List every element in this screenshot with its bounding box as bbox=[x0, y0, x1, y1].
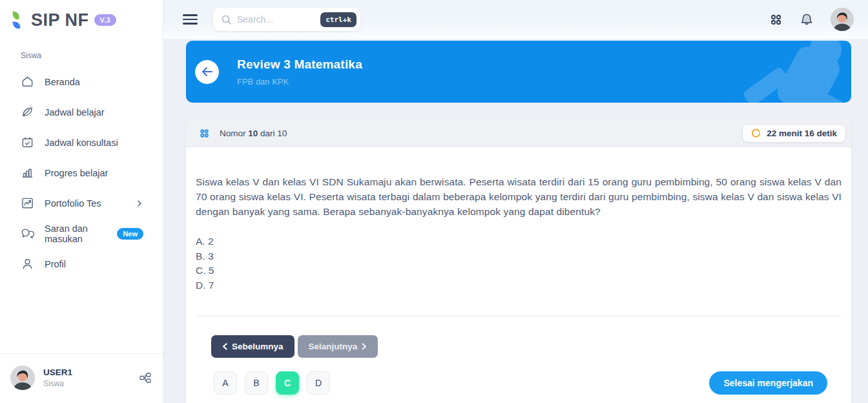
leaf-icon bbox=[21, 105, 34, 119]
sidebar-item-profil[interactable]: Profil bbox=[0, 249, 163, 279]
chevron-right-icon bbox=[136, 200, 143, 207]
leaf-logo-icon bbox=[11, 10, 28, 30]
answer-button-b[interactable]: B bbox=[245, 371, 268, 395]
brand-logo[interactable]: SIP NF V.3 bbox=[0, 0, 163, 30]
chat-icon bbox=[21, 227, 34, 240]
answer-button-a[interactable]: A bbox=[214, 371, 237, 395]
sidebar-item-label: Portofolio Tes bbox=[45, 198, 101, 209]
sidebar-item-portofolio-tes[interactable]: Portofolio Tes bbox=[0, 188, 163, 218]
divider bbox=[196, 316, 842, 316]
search-icon bbox=[221, 14, 232, 25]
chevron-left-icon bbox=[222, 343, 227, 350]
quiz-title: Review 3 Matematika bbox=[237, 57, 362, 72]
option-c: C. 5 bbox=[196, 264, 842, 278]
sidebar-item-jadwal-konsultasi[interactable]: Jadwal konsultasi bbox=[0, 127, 163, 158]
answer-button-d[interactable]: D bbox=[307, 371, 330, 395]
apps-grid-icon[interactable] bbox=[769, 13, 783, 26]
content: Review 3 Matematika FPB dan KPK Nomor bbox=[163, 39, 868, 403]
sidebar-item-jadwal-belajar[interactable]: Jadwal belajar bbox=[0, 97, 163, 127]
question-number: 10 bbox=[248, 129, 258, 138]
decorative-illustration bbox=[728, 41, 851, 103]
next-button[interactable]: Selanjutnya bbox=[298, 335, 378, 358]
version-badge: V.3 bbox=[94, 14, 116, 26]
brand-name: SIP NF bbox=[31, 10, 89, 30]
quiz-header-card: Review 3 Matematika FPB dan KPK bbox=[186, 41, 851, 103]
topbar: ctrl+k bbox=[163, 0, 868, 39]
hamburger-menu-icon[interactable] bbox=[183, 12, 198, 27]
option-a: A. 2 bbox=[196, 234, 842, 249]
sidebar-item-beranda[interactable]: Beranda bbox=[0, 67, 163, 97]
calendar-check-icon bbox=[21, 136, 34, 149]
timer-badge: 22 menit 16 detik bbox=[742, 124, 846, 143]
question-text: Siswa kelas V dan kelas VI SDN Sukamaju … bbox=[196, 174, 842, 219]
back-button[interactable] bbox=[195, 60, 219, 84]
sidebar-item-label: Jadwal belajar bbox=[45, 107, 105, 118]
chevron-right-icon bbox=[362, 343, 367, 350]
sidebar-user-card[interactable]: USER1 Siswa bbox=[0, 353, 163, 403]
question-options: A. 2 B. 3 C. 5 D. 7 bbox=[196, 234, 842, 293]
option-b: B. 3 bbox=[196, 249, 842, 264]
sidebar-item-progres-belajar[interactable]: Progres belajar bbox=[0, 158, 163, 188]
main-area: ctrl+k bbox=[163, 0, 868, 403]
search-input[interactable] bbox=[237, 14, 320, 25]
bell-icon[interactable] bbox=[800, 13, 813, 26]
question-card-header: Nomor 10 dari 10 22 menit 16 detik bbox=[186, 119, 851, 147]
sidebar-item-label: Progres belajar bbox=[45, 168, 108, 178]
bar-chart-icon bbox=[21, 166, 34, 180]
sitemap-icon[interactable] bbox=[140, 373, 151, 383]
previous-button[interactable]: Sebelumnya bbox=[211, 335, 294, 358]
option-d: D. 7 bbox=[196, 278, 842, 293]
new-badge: New bbox=[117, 228, 143, 240]
answer-navigation-row: A B C D Selesai mengerjakan bbox=[186, 371, 851, 395]
search-box[interactable]: ctrl+k bbox=[213, 8, 360, 31]
sidebar-section-label: Siswa bbox=[21, 51, 163, 60]
question-nav-buttons: Sebelumnya Selanjutnya bbox=[211, 335, 851, 358]
timer-text: 22 menit 16 detik bbox=[767, 129, 837, 138]
answer-button-c[interactable]: C bbox=[276, 371, 299, 395]
home-icon bbox=[21, 75, 34, 88]
question-grid-icon bbox=[199, 128, 210, 139]
sidebar-item-saran-dan-masukan[interactable]: Saran dan masukan New bbox=[0, 218, 163, 249]
sidebar-item-label: Saran dan masukan bbox=[45, 223, 110, 244]
user-avatar bbox=[10, 366, 35, 390]
search-shortcut-badge: ctrl+k bbox=[320, 12, 356, 27]
timer-spinner-icon bbox=[751, 129, 761, 138]
user-icon bbox=[21, 257, 34, 271]
question-counter: Nomor 10 dari 10 bbox=[220, 129, 287, 138]
question-body: Siswa kelas V dan kelas VI SDN Sukamaju … bbox=[186, 147, 851, 293]
trending-chart-icon bbox=[21, 196, 34, 210]
finish-button[interactable]: Selesai mengerjakan bbox=[709, 371, 827, 395]
sidebar-item-label: Jadwal konsultasi bbox=[45, 138, 118, 148]
question-card: Nomor 10 dari 10 22 menit 16 detik Siswa… bbox=[186, 119, 851, 403]
user-role: Siswa bbox=[43, 379, 72, 388]
sidebar-item-label: Profil bbox=[45, 259, 66, 269]
quiz-subtitle: FPB dan KPK bbox=[237, 77, 362, 87]
user-name: USER1 bbox=[43, 367, 72, 377]
topbar-avatar[interactable] bbox=[831, 8, 854, 31]
sidebar-nav: Beranda Jadwal belajar Jadwal konsultasi… bbox=[0, 67, 163, 279]
sidebar-item-label: Beranda bbox=[45, 77, 80, 87]
sidebar: SIP NF V.3 Siswa Beranda Jadwal belajar … bbox=[0, 0, 163, 403]
